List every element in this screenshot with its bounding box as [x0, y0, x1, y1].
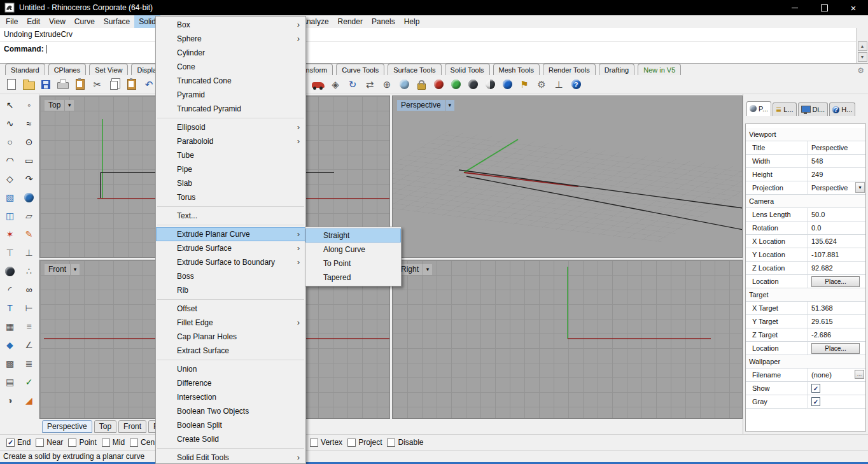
shade-icon[interactable]: ◑: [2, 392, 18, 409]
viewport-tab-front[interactable]: Front: [118, 420, 146, 433]
save-icon[interactable]: [38, 77, 53, 92]
drop-point-icon[interactable]: [396, 77, 412, 92]
menu-file[interactable]: File: [1, 15, 22, 28]
show-checkbox[interactable]: ✓: [811, 384, 820, 393]
menu-item-boss[interactable]: Boss: [156, 269, 305, 283]
ruler-icon[interactable]: ∠: [21, 337, 38, 353]
tab-settings-gear-icon[interactable]: ⚙: [857, 66, 864, 75]
polygon-icon[interactable]: ◇: [2, 171, 18, 187]
menu-item-cap-planar-holes[interactable]: Cap Planar Holes: [156, 330, 305, 344]
browse-button[interactable]: ...: [855, 370, 864, 379]
render-sphere-blue-icon[interactable]: [500, 77, 515, 92]
menu-item-tube[interactable]: Tube: [156, 148, 305, 162]
viewport-perspective-titlebar[interactable]: Perspective ▾: [397, 100, 454, 111]
magnet-icon[interactable]: ⊥: [21, 244, 38, 261]
viewport-menu-dropdown-icon[interactable]: ▾: [445, 100, 454, 111]
osnap-end-checkbox[interactable]: ✓: [6, 439, 15, 447]
grid-icon[interactable]: ▩: [2, 355, 18, 372]
property-value-location[interactable]: Place...: [808, 275, 865, 288]
box-icon[interactable]: ▧: [2, 189, 18, 206]
menu-item-cylinder[interactable]: Cylinder: [156, 46, 305, 60]
osnap-cen-checkbox[interactable]: [130, 439, 138, 447]
fillet-icon[interactable]: ◜: [2, 281, 18, 298]
osnap-point-checkbox[interactable]: [68, 439, 76, 447]
viewport-right-titlebar[interactable]: Right ▾: [397, 264, 432, 275]
tab-solid-tools[interactable]: Solid Tools: [445, 64, 490, 75]
plane-icon[interactable]: ▱: [21, 207, 38, 224]
osnap-project-checkbox[interactable]: [347, 439, 356, 447]
orbit-icon[interactable]: ↻: [345, 77, 360, 92]
point-icon[interactable]: ◦: [21, 97, 38, 113]
osnap-cen[interactable]: Cen: [130, 438, 155, 447]
freeform-curve-icon[interactable]: ≈: [21, 115, 38, 132]
osnap-point[interactable]: Point: [68, 438, 96, 447]
render-sphere-green-icon[interactable]: [448, 77, 463, 92]
blend-icon[interactable]: ∞: [21, 281, 38, 298]
display-tab-icon[interactable]: [801, 106, 811, 114]
menu-panels[interactable]: Panels: [367, 15, 400, 28]
osnap-project[interactable]: Project: [347, 438, 382, 447]
viewport-tab-top[interactable]: Top: [94, 420, 116, 433]
sphere-icon[interactable]: [21, 189, 38, 206]
pin-icon[interactable]: ⊤: [2, 244, 18, 261]
open-file-icon[interactable]: [21, 77, 36, 92]
osnap-mid-checkbox[interactable]: [102, 439, 110, 447]
flag-icon[interactable]: ⚑: [517, 77, 532, 92]
menu-item-paraboloid[interactable]: Paraboloid›: [156, 134, 305, 148]
dropdown-arrow-icon[interactable]: ▾: [855, 182, 865, 193]
menu-item-truncated-pyramid[interactable]: Truncated Pyramid: [156, 102, 305, 116]
osnap-end[interactable]: ✓End: [6, 438, 31, 447]
menu-item-slab[interactable]: Slab: [156, 176, 305, 190]
panel-tab-l[interactable]: ≣L...: [773, 102, 797, 116]
osnap-mid[interactable]: Mid: [102, 438, 125, 447]
copy-icon[interactable]: [107, 77, 122, 92]
menu-item-offset[interactable]: Offset: [156, 302, 305, 316]
cut-icon[interactable]: ✂: [90, 77, 105, 92]
property-value-projection[interactable]: Perspective▾: [808, 181, 865, 194]
curve-edit-icon[interactable]: ↷: [21, 171, 38, 187]
text-icon[interactable]: T: [2, 300, 18, 316]
arc-icon[interactable]: ◠: [2, 152, 18, 169]
osnap-vertex-checkbox[interactable]: [310, 439, 318, 447]
tab-new-in-v5[interactable]: New in V5: [638, 64, 681, 75]
menu-edit[interactable]: Edit: [22, 15, 45, 28]
menu-item-create-solid[interactable]: Create Solid: [156, 432, 305, 446]
osnap-disable[interactable]: Disable: [387, 438, 423, 447]
menu-item-extrude-surface-to-boundary[interactable]: Extrude Surface to Boundary›: [156, 255, 305, 269]
cplane-icon[interactable]: ⊥: [551, 77, 566, 92]
viewport-menu-dropdown-icon[interactable]: ▾: [64, 100, 74, 111]
viewport-perspective[interactable]: Perspective ▾: [392, 95, 743, 258]
wedge-icon[interactable]: ◢: [21, 392, 38, 409]
check-icon[interactable]: ✓: [21, 374, 38, 390]
property-value-x-target[interactable]: 51.368: [808, 302, 865, 314]
pencil-icon[interactable]: ✎: [21, 226, 38, 243]
submenu-item-to-point[interactable]: To Point: [305, 257, 401, 271]
menu-item-solid-edit-tools[interactable]: Solid Edit Tools›: [156, 451, 305, 464]
property-value-y-target[interactable]: 29.615: [808, 315, 865, 328]
star-icon[interactable]: ✶: [2, 226, 18, 243]
menu-item-truncated-cone[interactable]: Truncated Cone: [156, 74, 305, 88]
menu-item-extrude-planar-curve[interactable]: Extrude Planar Curve›: [156, 227, 305, 241]
submenu-item-straight[interactable]: Straight: [305, 228, 401, 243]
menu-item-ellipsoid[interactable]: Ellipsoid›: [156, 120, 305, 134]
tab-curve-tools[interactable]: Curve Tools: [336, 64, 384, 75]
gear-icon[interactable]: ⚙: [534, 77, 549, 92]
viewport-top-titlebar[interactable]: Top ▾: [45, 100, 74, 111]
property-value-rotation[interactable]: 0.0: [808, 221, 865, 234]
properties-tab-icon[interactable]: [750, 105, 757, 113]
property-value-gray[interactable]: ✓: [808, 395, 865, 408]
property-value-z-location[interactable]: 92.682: [808, 262, 865, 274]
menu-item-torus[interactable]: Torus: [156, 190, 305, 204]
property-value-width[interactable]: 548: [808, 155, 865, 167]
command-scrollbar[interactable]: ▲ ▼: [856, 28, 868, 63]
property-value-lens-length[interactable]: 50.0: [808, 208, 865, 221]
select-icon[interactable]: ◈: [328, 77, 343, 92]
select-arrow-icon[interactable]: ↖: [2, 97, 18, 113]
zoom-icon[interactable]: ⊕: [379, 77, 395, 92]
ellipse-icon[interactable]: ⊙: [21, 134, 38, 150]
tab-drafting[interactable]: Drafting: [599, 64, 635, 75]
viewport-front-titlebar[interactable]: Front ▾: [45, 264, 80, 275]
menu-item-extrude-surface[interactable]: Extrude Surface›: [156, 241, 305, 255]
new-file-icon[interactable]: [4, 77, 19, 92]
render-sphere-dark-icon[interactable]: [465, 77, 480, 92]
